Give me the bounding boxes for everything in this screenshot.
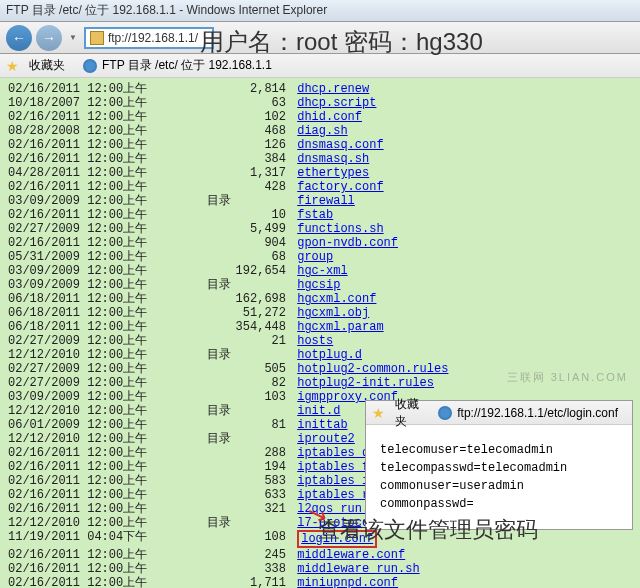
redacted <box>474 498 524 509</box>
favorites-label[interactable]: 收藏夹 <box>29 57 65 74</box>
row-size: 321 <box>235 502 290 516</box>
star-icon[interactable]: ★ <box>6 58 19 74</box>
ftp-row: 10/18/2007 12:00上午63 dhcp.script <box>0 96 640 110</box>
file-link[interactable]: dnsmasq.conf <box>297 138 383 152</box>
file-link[interactable]: hosts <box>297 334 333 348</box>
row-date: 12/12/2010 12:00上午 <box>0 432 200 446</box>
row-size: 126 <box>235 138 290 152</box>
file-link[interactable]: miniupnpd.conf <box>297 576 398 588</box>
file-preview-callout: ★ 收藏夹 ftp://192.168.1.1/etc/login.conf t… <box>365 400 633 530</box>
row-date: 02/16/2011 12:00上午 <box>0 110 200 124</box>
dir-label: 目录 <box>200 404 235 418</box>
row-size: 192,654 <box>235 264 290 278</box>
dir-link[interactable]: iproute2 <box>297 432 355 446</box>
file-link[interactable]: gpon-nvdb.conf <box>297 236 398 250</box>
dir-link[interactable]: firewall <box>297 194 355 208</box>
ftp-row: 02/16/2011 12:00上午245 middleware.conf <box>0 548 640 562</box>
file-link[interactable]: hgc-xml <box>297 264 347 278</box>
row-date: 11/19/2011 04:04下午 <box>0 530 200 548</box>
ftp-row: 03/09/2009 12:00上午192,654 hgc-xml <box>0 264 640 278</box>
row-size: 428 <box>235 180 290 194</box>
row-date: 02/16/2011 12:00上午 <box>0 460 200 474</box>
row-size: 583 <box>235 474 290 488</box>
row-date: 03/09/2009 12:00上午 <box>0 390 200 404</box>
callout-favorites-label[interactable]: 收藏夹 <box>395 396 420 430</box>
back-button[interactable]: ← <box>6 25 32 51</box>
row-size: 245 <box>235 548 290 562</box>
dir-label: 目录 <box>200 516 235 530</box>
window-title: FTP 目录 /etc/ 位于 192.168.1.1 - Windows In… <box>6 3 327 17</box>
dir-link[interactable]: hgcsip <box>297 278 340 292</box>
address-bar[interactable]: ftp://192.168.1.1/ <box>84 27 214 49</box>
callout-tab-title: ftp://192.168.1.1/etc/login.conf <box>457 406 618 420</box>
row-date: 02/16/2011 12:00上午 <box>0 502 200 516</box>
row-date: 06/18/2011 12:00上午 <box>0 320 200 334</box>
nav-history-dropdown[interactable]: ▼ <box>66 33 80 42</box>
file-link[interactable]: hotplug2-init.rules <box>297 376 434 390</box>
file-link[interactable]: hotplug2-common.rules <box>297 362 448 376</box>
row-date: 05/31/2009 12:00上午 <box>0 250 200 264</box>
file-link[interactable]: hgcxml.conf <box>297 292 376 306</box>
row-date: 04/28/2011 12:00上午 <box>0 166 200 180</box>
ftp-row: 02/16/2011 12:00上午2,814 dhcp.renew <box>0 82 640 96</box>
file-link[interactable]: dhcp.renew <box>297 82 369 96</box>
row-size: 10 <box>235 208 290 222</box>
row-size: 5,499 <box>235 222 290 236</box>
dir-label: 目录 <box>200 348 235 362</box>
row-size: 904 <box>235 236 290 250</box>
file-link[interactable]: dnsmasq.sh <box>297 152 369 166</box>
dir-link[interactable]: init.d <box>297 404 340 418</box>
ie-icon <box>438 406 452 420</box>
file-link[interactable]: dhcp.script <box>297 96 376 110</box>
window-title-bar: FTP 目录 /etc/ 位于 192.168.1.1 - Windows In… <box>0 0 640 22</box>
row-size: 162,698 <box>235 292 290 306</box>
row-date: 12/12/2010 12:00上午 <box>0 516 200 530</box>
ftp-row: 08/28/2008 12:00上午468 diag.sh <box>0 124 640 138</box>
dir-label: 目录 <box>200 278 235 292</box>
row-size: 384 <box>235 152 290 166</box>
row-date: 08/28/2008 12:00上午 <box>0 124 200 138</box>
row-date: 02/27/2009 12:00上午 <box>0 334 200 348</box>
ftp-row: 02/16/2011 12:00上午102 dhid.conf <box>0 110 640 124</box>
file-link[interactable]: hgcxml.param <box>297 320 383 334</box>
dir-link[interactable]: hotplug.d <box>297 348 362 362</box>
file-link[interactable]: middleware.conf <box>297 548 405 562</box>
row-size: 194 <box>235 460 290 474</box>
config-line: commonuser=useradmin <box>380 477 618 495</box>
row-date: 02/16/2011 12:00上午 <box>0 180 200 194</box>
row-size: 108 <box>235 530 290 548</box>
row-size: 633 <box>235 488 290 502</box>
row-size: 51,272 <box>235 306 290 320</box>
file-link[interactable]: functions.sh <box>297 222 383 236</box>
row-date: 12/12/2010 12:00上午 <box>0 348 200 362</box>
folder-icon <box>90 31 104 45</box>
row-size: 81 <box>235 418 290 432</box>
ftp-row: 12/12/2010 12:00上午目录 hotplug.d <box>0 348 640 362</box>
dir-label: 目录 <box>200 432 235 446</box>
forward-button[interactable]: → <box>36 25 62 51</box>
file-link[interactable]: group <box>297 250 333 264</box>
file-content: telecomuser=telecomadmintelecompasswd=te… <box>366 425 632 529</box>
row-size: 68 <box>235 250 290 264</box>
file-link[interactable]: fstab <box>297 208 333 222</box>
callout-tab[interactable]: ftp://192.168.1.1/etc/login.conf <box>430 406 626 420</box>
file-link[interactable]: inittab <box>297 418 347 432</box>
star-icon[interactable]: ★ <box>372 405 385 421</box>
row-date: 02/27/2009 12:00上午 <box>0 376 200 390</box>
file-link[interactable]: dhid.conf <box>297 110 362 124</box>
file-link[interactable]: factory.conf <box>297 180 383 194</box>
ftp-row: 02/16/2011 12:00上午10 fstab <box>0 208 640 222</box>
row-size: 2,814 <box>235 82 290 96</box>
file-link[interactable]: middleware_run.sh <box>297 562 419 576</box>
file-link[interactable]: diag.sh <box>297 124 347 138</box>
row-date: 02/16/2011 12:00上午 <box>0 82 200 96</box>
config-line: telecompasswd=telecomadmin <box>380 459 618 477</box>
file-link[interactable]: hgcxml.obj <box>297 306 369 320</box>
ftp-row: 02/16/2011 12:00上午338 middleware_run.sh <box>0 562 640 576</box>
file-link[interactable]: ethertypes <box>297 166 369 180</box>
row-date: 02/16/2011 12:00上午 <box>0 488 200 502</box>
row-date: 02/16/2011 12:00上午 <box>0 236 200 250</box>
row-size: 63 <box>235 96 290 110</box>
browser-tab[interactable]: FTP 目录 /etc/ 位于 192.168.1.1 <box>75 57 280 74</box>
row-size: 1,711 <box>235 576 290 588</box>
